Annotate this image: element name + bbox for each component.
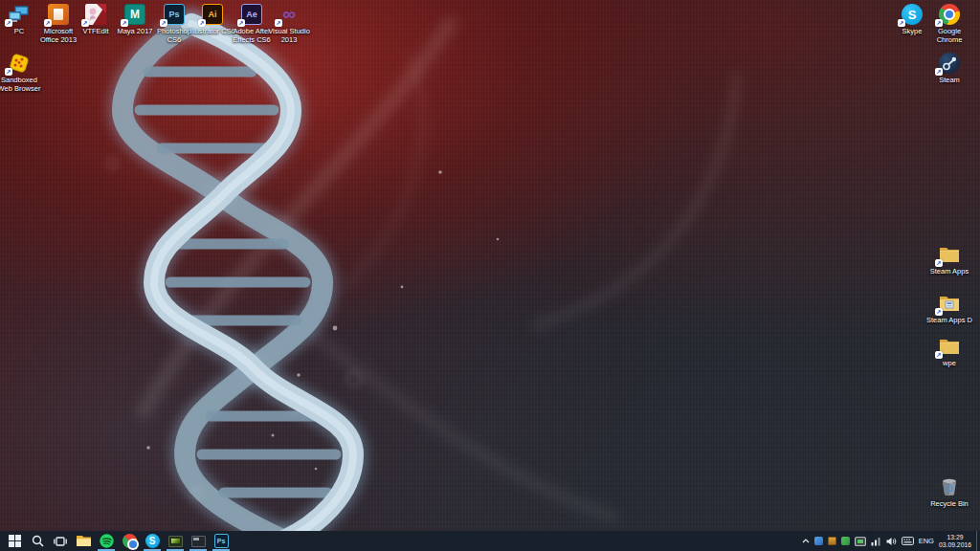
start-button[interactable] xyxy=(3,531,26,551)
icon-label: wpe xyxy=(943,360,956,368)
show-desktop-button[interactable] xyxy=(976,531,980,551)
folder-icon xyxy=(937,335,962,358)
sandboxie-icon xyxy=(7,52,32,75)
search-button[interactable] xyxy=(26,531,49,551)
steam-icon xyxy=(937,52,962,75)
photoshop-icon: Ps xyxy=(214,534,229,548)
touch-keyboard-icon[interactable] xyxy=(902,531,914,551)
file-explorer-button[interactable] xyxy=(72,531,95,551)
pc-icon xyxy=(7,3,32,26)
illustrator-icon: Ai xyxy=(200,3,225,26)
desktop-icon-steam-apps[interactable]: Steam Apps xyxy=(922,243,977,276)
shortcut-arrow-icon xyxy=(5,68,12,76)
icon-label: Steam xyxy=(939,77,960,85)
folder-icon xyxy=(937,243,962,266)
folder-with-files-icon xyxy=(937,292,962,315)
skype-icon: S xyxy=(145,534,160,548)
shortcut-arrow-icon xyxy=(898,19,905,27)
date: 03.09.2016 xyxy=(939,541,971,549)
file-explorer-icon xyxy=(77,535,91,547)
vtfedit-icon xyxy=(83,3,108,26)
icon-label: Visual Studio 2013 xyxy=(265,28,313,44)
shortcut-arrow-icon xyxy=(198,19,206,27)
shortcut-arrow-icon xyxy=(935,19,943,27)
desktop-icon-wpe[interactable]: wpe xyxy=(922,335,977,368)
icon-label: PC xyxy=(14,28,24,36)
dark-app-window-icon xyxy=(191,536,206,547)
taskbar: S Ps xyxy=(0,531,980,551)
task-view-icon xyxy=(54,536,67,547)
icon-label: Steam Apps xyxy=(930,268,969,276)
shortcut-arrow-icon xyxy=(237,19,245,27)
recycle-bin-icon xyxy=(937,475,962,498)
volume-icon[interactable] xyxy=(886,531,897,551)
desktop-icon-sandboxed-browser[interactable]: Sandboxed Web Browser xyxy=(0,52,47,93)
clock[interactable]: 13:29 03.09.2016 xyxy=(939,534,971,549)
dark-app-button[interactable] xyxy=(187,531,210,551)
task-view-button[interactable] xyxy=(49,531,72,551)
shortcut-arrow-icon xyxy=(121,19,128,27)
network-icon[interactable] xyxy=(871,531,881,551)
chrome-button[interactable] xyxy=(118,531,141,551)
icon-label: VTFEdit xyxy=(82,28,108,36)
icon-label: Steam Apps D xyxy=(926,317,972,325)
desktop-icon-steam[interactable]: Steam xyxy=(922,52,977,85)
time: 13:29 xyxy=(947,534,963,541)
desktop-icon-visual-studio[interactable]: ∞ Visual Studio 2013 xyxy=(261,3,317,44)
shortcut-arrow-icon xyxy=(275,19,282,27)
shortcut-arrow-icon xyxy=(935,259,943,267)
blue-tray-icon[interactable] xyxy=(814,531,823,551)
shortcut-arrow-icon xyxy=(44,19,52,27)
taskbar-left: S Ps xyxy=(0,531,233,551)
monitor-tray-icon[interactable] xyxy=(855,531,866,551)
spotify-icon xyxy=(100,534,114,548)
shortcut-arrow-icon xyxy=(935,308,943,316)
green-app-button[interactable] xyxy=(164,531,187,551)
photoshop-icon: Ps xyxy=(162,3,187,26)
visual-studio-icon: ∞ xyxy=(277,3,301,26)
search-icon xyxy=(32,535,44,547)
icon-label: Recycle Bin xyxy=(930,500,969,509)
maya-icon: M xyxy=(122,3,147,26)
icon-label: Sandboxed Web Browser xyxy=(0,77,43,93)
shortcut-arrow-icon xyxy=(160,19,167,27)
language-indicator[interactable]: ENG xyxy=(919,531,934,551)
chrome-icon xyxy=(122,534,137,548)
desktop-icon-recycle-bin[interactable]: Recycle Bin xyxy=(922,475,977,509)
hidden-icons-chevron[interactable] xyxy=(802,531,810,551)
shortcut-arrow-icon xyxy=(81,19,89,27)
shortcut-arrow-icon xyxy=(5,19,12,27)
shortcut-arrow-icon xyxy=(935,68,943,76)
icon-label: Skype xyxy=(902,28,923,36)
system-tray: ENG 13:29 03.09.2016 xyxy=(802,531,980,551)
orange-tray-icon[interactable] xyxy=(828,531,836,551)
green-app-window-icon xyxy=(168,536,183,547)
spotify-button[interactable] xyxy=(95,531,118,551)
skype-button[interactable]: S xyxy=(141,531,164,551)
icon-label: Google Chrome xyxy=(925,28,973,44)
green-tray-icon[interactable] xyxy=(841,531,850,551)
chrome-icon xyxy=(937,3,962,26)
desktop: PC Microsoft Office 2013 VTFEdit M Maya … xyxy=(0,0,980,551)
wallpaper xyxy=(0,0,980,551)
shortcut-arrow-icon xyxy=(935,351,943,359)
desktop-icon-google-chrome[interactable]: Google Chrome xyxy=(922,3,977,44)
desktop-icon-steam-apps-d[interactable]: Steam Apps D xyxy=(922,292,977,325)
photoshop-button[interactable]: Ps xyxy=(210,531,233,551)
